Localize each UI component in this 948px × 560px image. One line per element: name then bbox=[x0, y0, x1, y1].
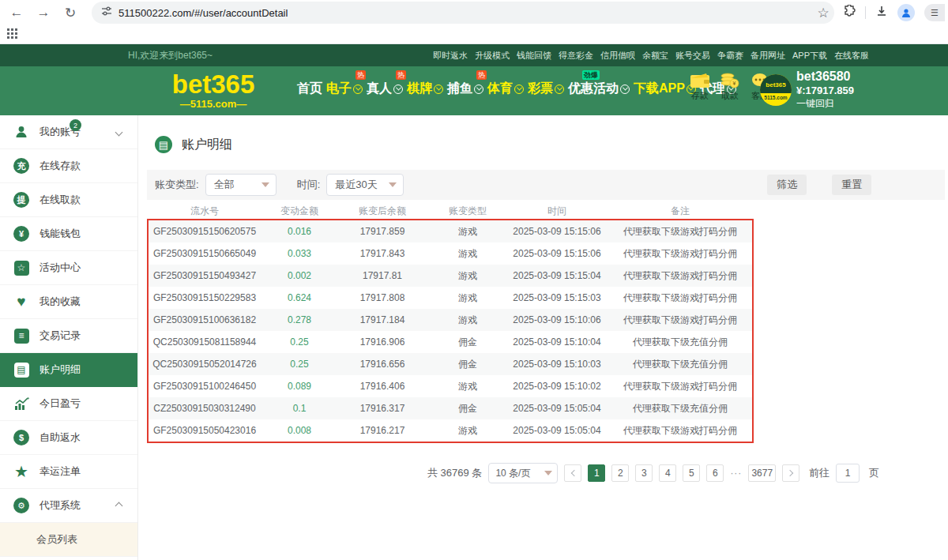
site-logo[interactable]: bet365 —5115.com— bbox=[158, 71, 269, 110]
topbar-link-feedback[interactable]: 钱能回馈 bbox=[517, 50, 551, 62]
nav-slots[interactable]: 电子热 bbox=[326, 81, 363, 97]
nav-sports[interactable]: 体育 bbox=[487, 81, 524, 97]
topbar-link-rebate[interactable]: 即时返水 bbox=[433, 50, 468, 62]
sidebar-item-wallet[interactable]: ¥ 钱能钱包 bbox=[0, 217, 137, 251]
profile-avatar[interactable] bbox=[897, 4, 915, 21]
table-row: GF250309151506205750.01617917.859游戏2025-… bbox=[147, 220, 754, 242]
hot-badge: 热 bbox=[476, 70, 487, 80]
table-row: GF250309151504934270.00217917.81游戏2025-0… bbox=[147, 265, 754, 287]
chevron-down-icon bbox=[555, 85, 564, 94]
divider bbox=[865, 6, 866, 19]
topbar-link-customer-service[interactable]: 在线客服 bbox=[834, 50, 869, 62]
nav-chess[interactable]: 棋牌 bbox=[407, 81, 443, 97]
sidebar-item-favorites[interactable]: ♥ 我的收藏 bbox=[0, 285, 137, 319]
agent-gear-icon: ⚙ bbox=[13, 497, 30, 514]
back-icon[interactable]: ← bbox=[6, 2, 27, 23]
sidebar-item-member-list[interactable]: 会员列表 bbox=[0, 523, 137, 557]
withdraw-button[interactable]: ¥ 取款 bbox=[719, 73, 741, 102]
account-detail-table: 流水号 变动金额 账变后余额 账变类型 时间 备注 GF250309151506… bbox=[147, 201, 754, 442]
table-row: QC250309150520147260.2517916.656佣金2025-0… bbox=[147, 353, 754, 375]
ribbon-star-icon: ☆ bbox=[13, 259, 30, 276]
page-button-2[interactable]: 2 bbox=[611, 464, 629, 482]
forward-icon[interactable]: → bbox=[33, 2, 54, 23]
nav-live[interactable]: 真人热 bbox=[367, 81, 403, 97]
topbar-links: 即时返水 升级模式 钱能回馈 得意彩金 信用借呗 余额宝 账号交易 争霸赛 备用… bbox=[433, 50, 869, 62]
page-title: ▤ 账户明细 bbox=[155, 136, 232, 153]
time-filter-label: 时间: bbox=[297, 178, 321, 192]
time-filter-select[interactable]: 最近30天 bbox=[326, 174, 404, 196]
trend-chart-icon bbox=[13, 395, 30, 412]
extensions-icon[interactable] bbox=[843, 5, 856, 21]
account-detail-icon: ▤ bbox=[155, 136, 172, 153]
chevron-down-icon bbox=[115, 128, 123, 136]
sidebar-item-online-deposit[interactable]: 充 在线存款 bbox=[0, 149, 137, 183]
nav-promotions[interactable]: 优惠活动劲爆 bbox=[568, 81, 630, 97]
page-button-3[interactable]: 3 bbox=[635, 464, 653, 482]
sidebar-item-transactions[interactable]: ≡ 交易记录 bbox=[0, 319, 137, 353]
topbar-link-backup-url[interactable]: 备用网址 bbox=[750, 50, 785, 62]
site-settings-icon[interactable] bbox=[101, 6, 112, 20]
download-icon[interactable] bbox=[875, 5, 888, 21]
page-button-last[interactable]: 3677 bbox=[748, 464, 776, 482]
deposit-button[interactable]: 存款 bbox=[689, 73, 711, 102]
coins-icon: $ bbox=[13, 429, 30, 446]
page-button-4[interactable]: 4 bbox=[659, 464, 676, 482]
topbar-link-credit[interactable]: 信用借呗 bbox=[600, 50, 635, 62]
page-button-1[interactable]: 1 bbox=[588, 464, 605, 482]
reload-icon[interactable]: ↻ bbox=[60, 2, 81, 23]
nav-fishing[interactable]: 捕鱼热 bbox=[447, 81, 483, 97]
browser-menu-icon[interactable]: ☰ bbox=[924, 4, 945, 21]
wallet-icon bbox=[690, 73, 710, 88]
next-page-button[interactable] bbox=[782, 464, 799, 482]
heart-icon: ♥ bbox=[13, 293, 30, 310]
page-button-6[interactable]: 6 bbox=[706, 464, 724, 482]
browser-chrome: ← → ↻ 511500222.com/#/user/accountDetail… bbox=[0, 0, 948, 44]
sidebar-item-activity-center[interactable]: ☆ 活动中心 bbox=[0, 251, 137, 285]
site-header: bet365 —5115.com— 首页 电子热 真人热 棋牌 捕鱼热 体育 彩… bbox=[0, 66, 948, 115]
sidebar-item-my-account[interactable]: 我的账号 2 bbox=[0, 115, 137, 149]
type-filter-label: 账变类型: bbox=[155, 178, 199, 192]
notification-badge: 2 bbox=[70, 119, 81, 131]
bookmark-star-icon[interactable]: ☆ bbox=[813, 2, 833, 23]
goto-label: 前往 bbox=[809, 466, 830, 480]
topbar-link-yuebao[interactable]: 余额宝 bbox=[642, 50, 668, 62]
type-filter-select[interactable]: 全部 bbox=[205, 174, 276, 196]
coins-icon: ¥ bbox=[720, 73, 739, 88]
sidebar-item-online-withdraw[interactable]: 提 在线取款 bbox=[0, 183, 137, 217]
sidebar-item-self-rebate[interactable]: $ 自助返水 bbox=[0, 421, 137, 455]
topbar-link-upgrade[interactable]: 升级模式 bbox=[475, 50, 510, 62]
select-caret-icon bbox=[261, 182, 269, 187]
topbar-link-account-trade[interactable]: 账号交易 bbox=[675, 50, 710, 62]
topbar-link-app-download[interactable]: APP下载 bbox=[792, 50, 827, 62]
select-caret-icon bbox=[544, 471, 552, 475]
nav-download-app[interactable]: 下载APP bbox=[634, 81, 696, 97]
sidebar-item-agent-system[interactable]: ⚙ 代理系统 bbox=[0, 489, 137, 523]
apps-grid-icon[interactable] bbox=[7, 28, 17, 42]
nav-lottery[interactable]: 彩票 bbox=[528, 81, 564, 97]
more-pages-ellipsis[interactable]: ··· bbox=[730, 468, 742, 479]
sidebar-item-lucky-bets[interactable]: ★ 幸运注单 bbox=[0, 455, 137, 489]
topbar-link-bonus[interactable]: 得意彩金 bbox=[559, 50, 593, 62]
prev-page-button[interactable] bbox=[564, 464, 581, 482]
account-logo-badge: bet365 5115.com bbox=[760, 74, 792, 106]
topbar-link-tournament[interactable]: 争霸赛 bbox=[717, 50, 743, 62]
reset-button[interactable]: 重置 bbox=[832, 175, 871, 195]
filter-button[interactable]: 筛选 bbox=[767, 175, 807, 195]
sidebar-item-today-pnl[interactable]: 今日盈亏 bbox=[0, 387, 137, 421]
chevron-down-icon bbox=[474, 85, 483, 94]
page-size-select[interactable]: 10 条/页 bbox=[488, 463, 558, 483]
pagination: 共 36769 条 10 条/页 1 2 3 4 5 6 ··· 3677 前往… bbox=[427, 463, 879, 483]
one-key-recall-button[interactable]: 一键回归 bbox=[796, 97, 854, 110]
main-content: ▤ 账户明细 账变类型: 全部 时间: 最近30天 筛选 重置 流水号 变动金额… bbox=[139, 115, 948, 560]
goto-page-input[interactable]: 1 bbox=[836, 464, 860, 483]
deposit-icon: 充 bbox=[13, 157, 30, 175]
table-row: GF250309151006361820.27817917.184游戏2025-… bbox=[147, 309, 754, 331]
page-button-5[interactable]: 5 bbox=[683, 464, 700, 482]
total-count: 共 36769 条 bbox=[427, 466, 482, 480]
url-text[interactable]: 511500222.com/#/user/accountDetail bbox=[118, 7, 288, 19]
sidebar-item-account-detail[interactable]: ▤ 账户明细 bbox=[0, 353, 137, 387]
nav-home[interactable]: 首页 bbox=[297, 81, 322, 97]
account-info: bet36580 ¥:17917.859 一键回归 bbox=[796, 69, 854, 110]
address-bar[interactable]: 511500222.com/#/user/accountDetail bbox=[92, 2, 834, 24]
sidebar: 我的账号 2 充 在线存款 提 在线取款 ¥ 钱能钱包 ☆ 活动中心 ♥ 我的收… bbox=[0, 115, 138, 560]
